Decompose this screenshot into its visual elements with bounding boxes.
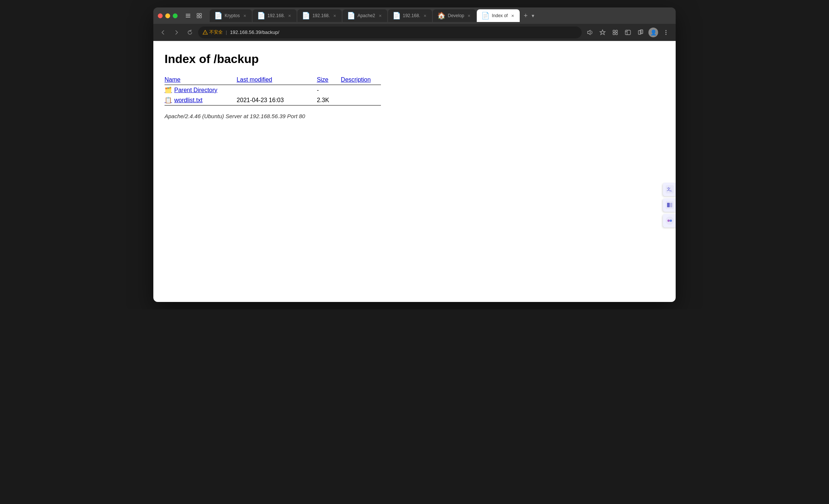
url-bar[interactable]: ! 不安全 | 192.168.56.39/backup/: [198, 26, 582, 38]
reader-extension-button[interactable]: [663, 198, 676, 212]
tab-overview-icon[interactable]: [195, 11, 204, 20]
folder-parent-icon: 🗂️: [165, 86, 172, 94]
reload-button[interactable]: [185, 27, 195, 38]
tab-192-1-label: 192.168.: [268, 13, 285, 18]
tab-192-2[interactable]: 📄 192.168. ✕: [297, 9, 342, 22]
sidebar-toggle-icon[interactable]: [184, 11, 193, 20]
profile-icon[interactable]: 👤: [648, 27, 658, 38]
browser-window: 📄 Kryptos ✕ 📄 192.168. ✕ 📄 192.168. ✕ 📄 …: [153, 7, 676, 302]
tab-list-button[interactable]: ▾: [532, 13, 534, 19]
back-button[interactable]: [158, 27, 168, 38]
security-warning: ! 不安全: [203, 29, 223, 35]
tab-index-close[interactable]: ✕: [510, 13, 515, 18]
collection-icon[interactable]: [635, 27, 646, 38]
tab-192-1-icon: 📄: [257, 12, 265, 20]
tab-192-2-label: 192.168.: [312, 13, 330, 18]
svg-rect-10: [613, 33, 615, 35]
wordlist-size-cell: 2.3K: [317, 95, 341, 105]
svg-rect-0: [186, 14, 190, 15]
svg-rect-4: [200, 13, 201, 15]
svg-point-15: [666, 30, 667, 31]
server-info: Apache/2.4.46 (Ubuntu) Server at 192.168…: [165, 113, 664, 119]
page-title: Index of /backup: [165, 52, 664, 66]
svg-rect-6: [200, 16, 201, 18]
directory-table: Name Last modified Size Description: [165, 75, 381, 105]
parent-modified-cell: [237, 85, 317, 95]
parent-desc-cell: [341, 85, 381, 95]
svg-text:!: !: [205, 31, 206, 34]
parent-directory-link[interactable]: 🗂️ Parent Directory: [165, 86, 231, 94]
favorites-icon[interactable]: [597, 27, 608, 38]
svg-rect-9: [616, 30, 617, 32]
wordlist-desc-cell: [341, 95, 381, 105]
more-options-button[interactable]: [661, 27, 671, 38]
svg-rect-11: [616, 33, 617, 35]
tab-index[interactable]: 📄 Index of ✕: [477, 9, 520, 22]
svg-rect-22: [667, 203, 670, 207]
read-aloud-icon[interactable]: [585, 27, 595, 38]
table-row: 📋 wordlist.txt 2021-04-23 16:03 2.3K: [165, 95, 381, 105]
tab-apache-close[interactable]: ✕: [378, 13, 383, 18]
tab-develop-icon: 🏠: [437, 12, 445, 20]
svg-rect-3: [197, 13, 199, 15]
svg-point-17: [666, 34, 667, 35]
sort-by-name-link[interactable]: Name: [165, 76, 181, 83]
side-buttons: 文 A: [663, 183, 676, 227]
tab-apache[interactable]: 📄 Apache2 ✕: [342, 9, 387, 22]
extension-icon[interactable]: [610, 27, 620, 38]
wordlist-link[interactable]: 📋 wordlist.txt: [165, 97, 231, 104]
tab-kryptos[interactable]: 📄 Kryptos ✕: [210, 9, 252, 22]
svg-rect-5: [197, 16, 199, 18]
tab-apache-label: Apache2: [357, 13, 375, 18]
parent-size-cell: -: [317, 85, 341, 95]
tab-kryptos-label: Kryptos: [225, 13, 240, 18]
url-text: 192.168.56.39/backup/: [230, 29, 279, 35]
toolbar-icons: 👤: [585, 27, 671, 38]
tab-develop-label: Develop: [448, 13, 464, 18]
ai-extension-button[interactable]: [663, 214, 676, 227]
title-bar: 📄 Kryptos ✕ 📄 192.168. ✕ 📄 192.168. ✕ 📄 …: [153, 7, 676, 24]
page-content: Index of /backup Name Last modified Size…: [153, 41, 676, 302]
tab-192-1[interactable]: 📄 192.168. ✕: [253, 9, 297, 22]
sort-by-size-link[interactable]: Size: [317, 76, 328, 83]
tab-192-1-close[interactable]: ✕: [287, 13, 292, 18]
new-tab-button[interactable]: +: [520, 10, 531, 21]
tab-bar: 📄 Kryptos ✕ 📄 192.168. ✕ 📄 192.168. ✕ 📄 …: [210, 9, 671, 22]
minimize-button[interactable]: [165, 13, 170, 18]
svg-text:A: A: [670, 189, 672, 193]
tab-kryptos-close[interactable]: ✕: [242, 13, 247, 18]
tab-192-2-icon: 📄: [302, 12, 310, 20]
tab-192-3-label: 192.168.: [403, 13, 420, 18]
close-button[interactable]: [158, 13, 163, 18]
forward-button[interactable]: [171, 27, 182, 38]
maximize-button[interactable]: [173, 13, 178, 18]
wordlist-modified-cell: 2021-04-23 16:03: [237, 95, 317, 105]
tab-192-3[interactable]: 📄 192.168. ✕: [388, 9, 432, 22]
traffic-lights: [158, 13, 178, 18]
svg-rect-2: [186, 17, 190, 18]
svg-rect-12: [625, 30, 631, 35]
address-bar: ! 不安全 | 192.168.56.39/backup/ 👤: [153, 24, 676, 41]
translate-extension-button[interactable]: 文 A: [663, 183, 676, 196]
tab-192-2-close[interactable]: ✕: [332, 13, 337, 18]
svg-point-16: [666, 32, 667, 33]
tab-index-icon: 📄: [481, 12, 489, 20]
svg-rect-14: [640, 30, 643, 34]
file-text-icon: 📋: [165, 97, 172, 104]
table-row: 🗂️ Parent Directory -: [165, 85, 381, 95]
tab-develop[interactable]: 🏠 Develop ✕: [433, 9, 476, 22]
svg-rect-1: [186, 15, 190, 16]
profile-avatar: 👤: [648, 28, 658, 37]
security-label: 不安全: [209, 29, 223, 35]
browser-view-icon[interactable]: [623, 27, 633, 38]
tab-apache-icon: 📄: [347, 12, 355, 20]
sort-by-description-link[interactable]: Description: [341, 76, 371, 83]
tab-index-label: Index of: [492, 13, 508, 18]
svg-rect-8: [613, 30, 615, 32]
tab-192-3-close[interactable]: ✕: [422, 13, 428, 18]
sort-by-modified-link[interactable]: Last modified: [237, 76, 272, 83]
svg-point-25: [667, 220, 670, 222]
tab-192-3-icon: 📄: [392, 12, 401, 20]
svg-rect-23: [670, 203, 672, 207]
tab-develop-close[interactable]: ✕: [466, 13, 472, 18]
